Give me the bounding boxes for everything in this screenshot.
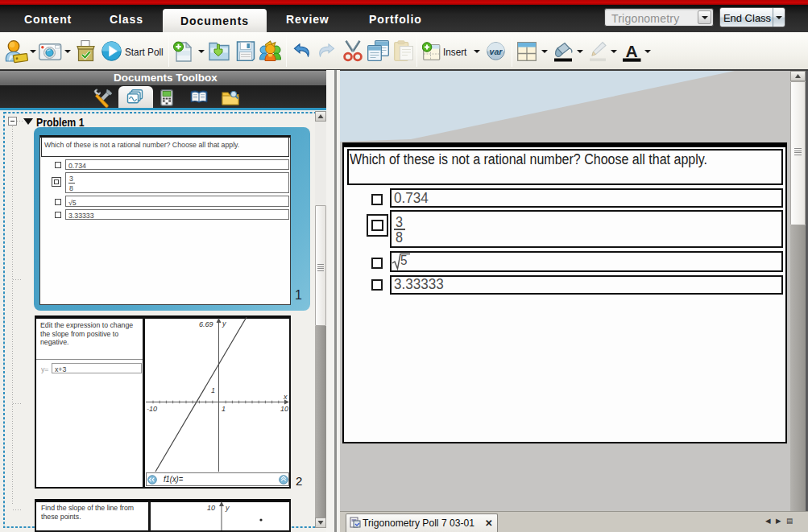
- svg-text:1: 1: [222, 405, 226, 413]
- svg-text:y: y: [222, 320, 226, 328]
- svg-text:10: 10: [207, 504, 215, 512]
- svg-text:A: A: [625, 42, 637, 60]
- svg-text:1: 1: [211, 386, 215, 394]
- svg-text:-10: -10: [147, 405, 157, 413]
- svg-text:x: x: [283, 393, 288, 401]
- svg-text:10: 10: [280, 405, 288, 413]
- svg-text:var: var: [490, 47, 503, 56]
- svg-text:6.69: 6.69: [199, 320, 213, 328]
- svg-text:y: y: [225, 504, 230, 512]
